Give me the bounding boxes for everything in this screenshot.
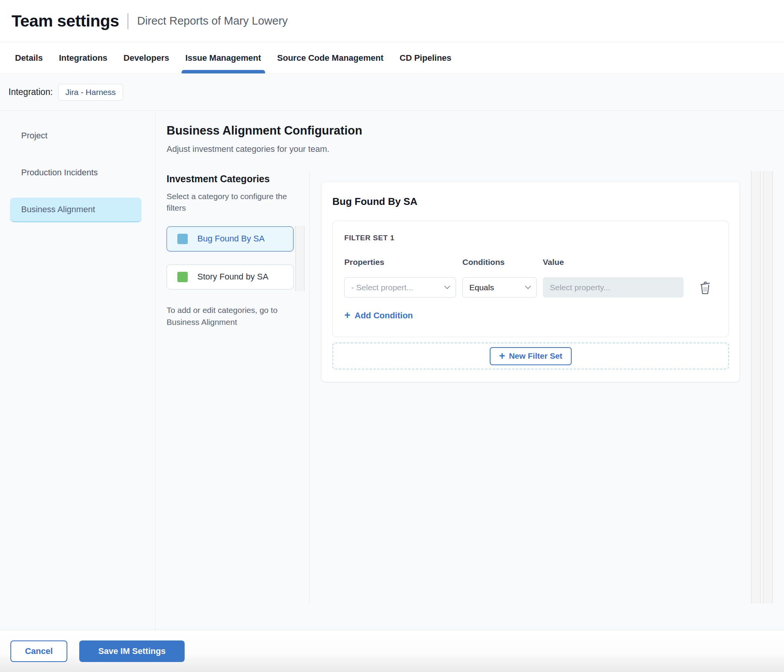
category-color-swatch (177, 272, 188, 282)
categories-title: Investment Categories (167, 173, 309, 185)
sidebar-item-business-alignment[interactable]: Business Alignment (10, 198, 142, 222)
category-label: Bug Found By SA (197, 234, 265, 244)
new-filter-set-label: New Filter Set (509, 351, 562, 361)
add-condition-button[interactable]: + Add Condition (344, 310, 413, 321)
new-filter-set-button[interactable]: + New Filter Set (490, 347, 572, 365)
integration-label: Integration: (8, 87, 53, 97)
conditions-select-value: Equals (469, 283, 494, 292)
category-button-story-found-by-sa[interactable]: Story Found by SA (167, 264, 294, 289)
filter-configuration-column: Bug Found By SA FILTER SET 1 Properties … (310, 171, 784, 604)
section-subtitle: Adjust investment categories for your te… (167, 144, 784, 154)
config-columns: Investment Categories Select a category … (167, 171, 784, 604)
plus-icon: + (344, 310, 350, 321)
cancel-button[interactable]: Cancel (10, 640, 67, 662)
chevron-down-icon (525, 283, 531, 289)
page-subtitle: Direct Reports of Mary Lowery (137, 15, 288, 27)
add-condition-label: Add Condition (355, 311, 413, 321)
filter-condition-row: - Select propert... Equals (344, 277, 717, 298)
trash-icon (699, 281, 711, 294)
save-im-settings-button[interactable]: Save IM Settings (79, 640, 185, 662)
integration-chip[interactable]: Jira - Harness (58, 84, 123, 101)
new-filter-set-dropzone: + New Filter Set (332, 343, 729, 369)
vertical-scrollbar[interactable] (763, 171, 773, 604)
tab-developers[interactable]: Developers (123, 42, 169, 73)
properties-select[interactable]: - Select propert... (344, 277, 456, 298)
title-divider (127, 13, 128, 29)
chevron-down-icon (444, 283, 450, 289)
conditions-header: Conditions (462, 258, 543, 267)
integration-row: Integration: Jira - Harness (0, 74, 784, 111)
sidebar-item-project[interactable]: Project (0, 125, 155, 147)
tab-issue-management[interactable]: Issue Management (185, 42, 261, 73)
footer-action-bar: Cancel Save IM Settings (0, 630, 784, 672)
plus-icon: + (499, 351, 505, 361)
tab-source-code-management[interactable]: Source Code Management (277, 42, 384, 73)
value-input[interactable] (543, 277, 684, 298)
vertical-scrollbar[interactable] (751, 171, 761, 604)
team-settings-page: Team settings Direct Reports of Mary Low… (0, 0, 784, 672)
properties-select-value: - Select propert... (351, 283, 413, 292)
properties-header: Properties (344, 258, 462, 267)
settings-sidebar: Project Production Incidents Business Al… (0, 111, 155, 630)
tab-details[interactable]: Details (15, 42, 43, 73)
delete-condition-button[interactable] (699, 281, 711, 294)
filter-set-1: FILTER SET 1 Properties Conditions Value… (332, 221, 729, 337)
content-area: Project Production Incidents Business Al… (0, 111, 784, 630)
category-list-scrollbar[interactable] (295, 226, 305, 291)
filter-column-headers: Properties Conditions Value (344, 258, 717, 267)
main-panel: Business Alignment Configuration Adjust … (155, 111, 784, 630)
tab-bar: Details Integrations Developers Issue Ma… (0, 42, 784, 74)
conditions-select[interactable]: Equals (462, 277, 537, 298)
category-config-card: Bug Found By SA FILTER SET 1 Properties … (322, 182, 739, 382)
category-label: Story Found by SA (197, 272, 269, 282)
value-header: Value (543, 258, 684, 267)
categories-hint: Select a category to configure the filte… (167, 191, 295, 214)
tab-cd-pipelines[interactable]: CD Pipelines (400, 42, 451, 73)
category-color-swatch (177, 234, 188, 244)
sidebar-item-production-incidents[interactable]: Production Incidents (0, 161, 155, 184)
filter-set-label: FILTER SET 1 (344, 234, 717, 242)
page-title: Team settings (12, 12, 119, 30)
section-title: Business Alignment Configuration (167, 124, 784, 138)
card-title: Bug Found By SA (332, 196, 729, 208)
tab-integrations[interactable]: Integrations (59, 42, 107, 73)
category-button-bug-found-by-sa[interactable]: Bug Found By SA (167, 226, 294, 251)
categories-note: To add or edit categories, go to Busines… (167, 304, 295, 328)
investment-categories-column: Investment Categories Select a category … (167, 171, 310, 604)
category-list: Bug Found By SA Story Found by SA (167, 226, 309, 289)
page-header: Team settings Direct Reports of Mary Low… (0, 0, 784, 42)
